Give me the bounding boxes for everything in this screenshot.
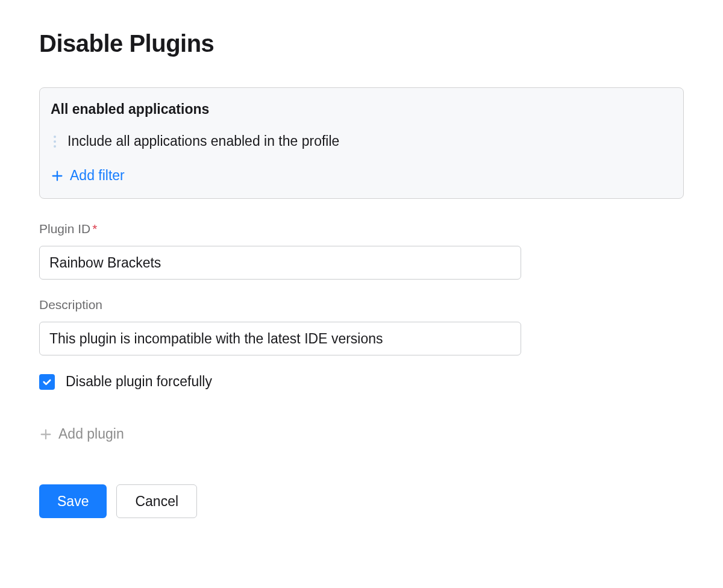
button-row: Save Cancel [39, 484, 684, 518]
add-plugin-button[interactable]: Add plugin [39, 426, 684, 442]
save-button[interactable]: Save [39, 484, 107, 518]
plus-icon [51, 169, 64, 183]
disable-forcefully-label: Disable plugin forcefully [66, 374, 212, 390]
drag-handle-icon[interactable] [52, 136, 58, 148]
page-title: Disable Plugins [39, 30, 684, 57]
filter-row: Include all applications enabled in the … [51, 133, 672, 149]
plugin-id-label: Plugin ID* [39, 222, 684, 236]
description-input[interactable] [39, 322, 521, 355]
required-indicator: * [92, 222, 97, 236]
filter-panel: All enabled applications Include all app… [39, 87, 684, 199]
add-plugin-label: Add plugin [58, 426, 124, 442]
filter-text: Include all applications enabled in the … [67, 133, 339, 149]
disable-forcefully-row: Disable plugin forcefully [39, 374, 684, 390]
description-field: Description [39, 298, 684, 355]
cancel-button[interactable]: Cancel [116, 484, 197, 518]
description-label: Description [39, 298, 684, 312]
disable-forcefully-checkbox[interactable] [39, 374, 55, 390]
add-filter-button[interactable]: Add filter [51, 167, 672, 184]
plus-icon [39, 428, 52, 441]
add-filter-label: Add filter [70, 167, 125, 184]
plugin-id-input[interactable] [39, 246, 521, 280]
filter-panel-title: All enabled applications [51, 101, 672, 117]
plugin-id-field: Plugin ID* [39, 222, 684, 280]
